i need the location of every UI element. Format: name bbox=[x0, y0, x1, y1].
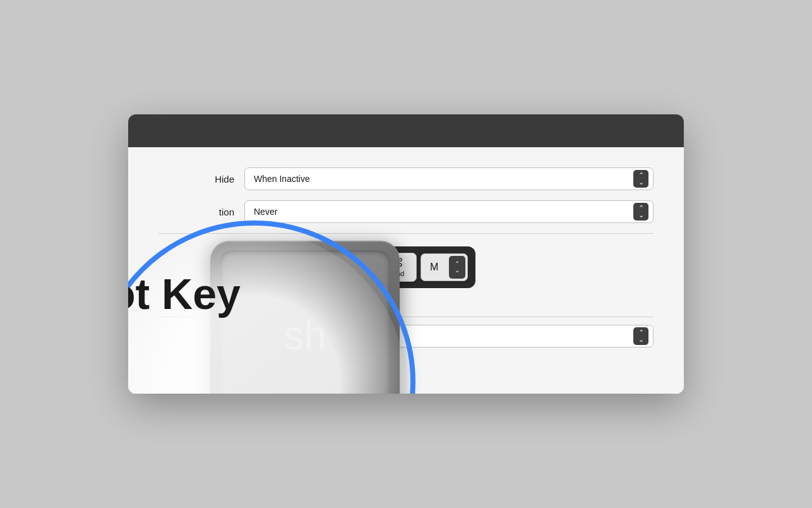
hide-select-wrapper: When Inactive Never Always bbox=[244, 167, 654, 190]
hotkey-hint: M will turn the app on or off. bbox=[244, 294, 654, 304]
shift-key[interactable]: ⇧ shift bbox=[252, 253, 290, 282]
location-row: tion Never Always When Active bbox=[158, 200, 654, 223]
titlebar bbox=[128, 114, 684, 147]
m-key-letter[interactable]: M bbox=[421, 258, 447, 277]
launch-row: art Launch app on login bbox=[158, 358, 654, 368]
show-in-select[interactable]: Dock and StatusBar Dock Only StatusBar O… bbox=[244, 325, 654, 348]
control-label: control bbox=[303, 270, 324, 277]
launch-label: Launch app on login bbox=[260, 358, 339, 368]
checkbox-wrapper: Launch app on login bbox=[244, 358, 339, 368]
option-key[interactable]: ⌥ option bbox=[337, 253, 375, 282]
divider-2 bbox=[158, 317, 654, 317]
hide-label: Hide bbox=[158, 174, 234, 184]
settings-window: Hide When Inactive Never Always tion Nev… bbox=[128, 114, 684, 394]
window-content: Hide When Inactive Never Always tion Nev… bbox=[128, 147, 684, 394]
location-label: tion bbox=[158, 207, 234, 217]
location-select-wrapper: Never Always When Active bbox=[244, 200, 654, 223]
shift-icon: ⇧ bbox=[266, 257, 276, 269]
control-key[interactable]: ⌃ control bbox=[294, 253, 333, 282]
key-row: ⇧ shift ⌃ control ⌥ option ⌘ bbox=[244, 246, 475, 288]
hotkey-content: ⇧ shift ⌃ control ⌥ option ⌘ bbox=[244, 246, 654, 304]
cmd-icon: ⌘ bbox=[392, 257, 403, 269]
cmd-label: cmd bbox=[391, 270, 405, 277]
hide-select[interactable]: When Inactive Never Always bbox=[244, 167, 654, 190]
cmd-key[interactable]: ⌘ cmd bbox=[379, 253, 417, 282]
hotkey-section: ⇧ shift ⌃ control ⌥ option ⌘ bbox=[158, 246, 654, 304]
m-key-stepper[interactable] bbox=[449, 256, 465, 279]
m-key-wrapper: M bbox=[421, 253, 468, 281]
location-select[interactable]: Never Always When Active bbox=[244, 200, 654, 223]
option-icon: ⌥ bbox=[350, 257, 363, 269]
launch-checkbox[interactable] bbox=[244, 358, 254, 368]
option-label: option bbox=[347, 270, 366, 277]
show-in-row: Dock and StatusBar Dock Only StatusBar O… bbox=[158, 325, 654, 348]
show-in-select-wrapper: Dock and StatusBar Dock Only StatusBar O… bbox=[244, 325, 654, 348]
control-icon: ⌃ bbox=[309, 257, 318, 269]
hide-row: Hide When Inactive Never Always bbox=[158, 167, 654, 190]
shift-label: shift bbox=[265, 270, 277, 277]
divider-1 bbox=[158, 233, 654, 234]
start-label: art bbox=[158, 358, 234, 368]
